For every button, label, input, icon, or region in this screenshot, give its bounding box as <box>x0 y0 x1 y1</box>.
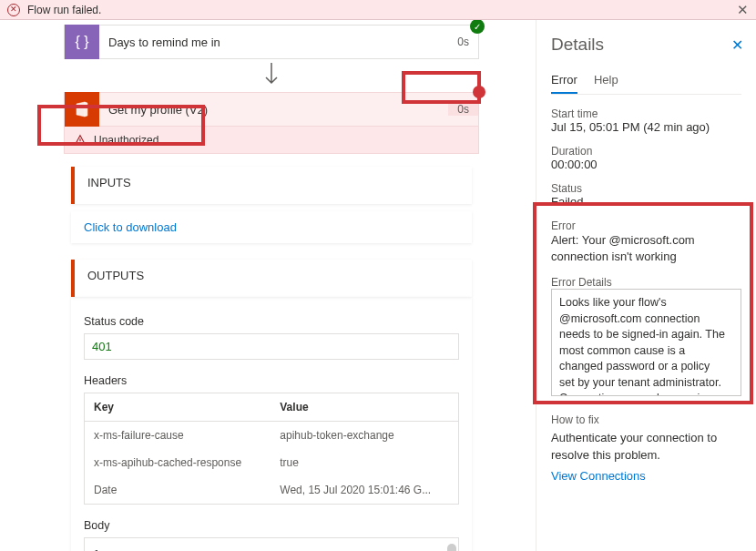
action-card-days[interactable]: { } Days to remind me in 0s ✓ <box>64 25 479 59</box>
headers-label: Headers <box>84 374 459 387</box>
table-row: DateWed, 15 Jul 2020 15:01:46 G... <box>85 476 458 504</box>
error-details-label: Error Details <box>551 276 741 289</box>
status-label: Status <box>551 182 741 195</box>
status-code-field[interactable] <box>84 333 459 360</box>
error-badge-icon: ! <box>473 86 485 98</box>
scrollbar-thumb[interactable] <box>447 544 456 551</box>
action-duration: 0s <box>448 36 478 48</box>
headers-table: Key Value x-ms-failure-causeapihub-token… <box>84 393 459 505</box>
tab-help[interactable]: Help <box>594 67 618 94</box>
howfix-label: How to fix <box>551 413 741 426</box>
duration-value: 00:00:00 <box>551 158 741 171</box>
outputs-title: OUTPUTS <box>87 269 459 282</box>
error-details-textarea[interactable] <box>551 289 741 396</box>
status-value: Failed <box>551 195 741 209</box>
braces-icon: { } <box>65 25 99 59</box>
office-icon <box>65 92 99 127</box>
flow-arrow <box>64 63 479 88</box>
error-message: Alert: Your @microsoft.com connection is… <box>551 232 741 265</box>
details-panel: Details ✕ Error Help Start time Jul 15, … <box>536 20 756 551</box>
table-row: x-ms-failure-causeapihub-token-exchange <box>85 422 458 449</box>
action-title: Days to remind me in <box>99 36 448 49</box>
warning-triangle-icon <box>74 134 87 147</box>
error-text: Unauthorized. <box>94 134 162 147</box>
status-code-label: Status code <box>84 315 459 328</box>
col-key: Key <box>94 401 280 413</box>
table-row: x-ms-apihub-cached-responsetrue <box>85 449 458 476</box>
error-row: Unauthorized. <box>64 127 479 154</box>
inputs-title: INPUTS <box>87 176 459 189</box>
error-label: Error <box>551 219 741 232</box>
close-icon[interactable]: ✕ <box>737 2 749 18</box>
howfix-text: Authenticate your connection to resolve … <box>551 430 741 463</box>
col-value: Value <box>280 401 449 413</box>
body-label: Body <box>84 519 459 532</box>
error-circle-icon: ✕ <box>7 4 20 16</box>
action-card-profile[interactable]: Get my profile (V2) 0s Unauthorized. ! <box>64 92 479 154</box>
tab-error[interactable]: Error <box>551 67 577 94</box>
body-json[interactable]: { "status": 401, "source": "https://firs… <box>84 537 459 551</box>
outputs-panel: OUTPUTS <box>71 260 472 297</box>
success-check-icon: ✓ <box>470 20 485 34</box>
download-link[interactable]: Click to download <box>84 220 177 234</box>
svg-point-1 <box>79 142 80 143</box>
start-time-label: Start time <box>551 107 741 120</box>
tabs: Error Help <box>551 67 741 95</box>
error-banner: ✕ Flow run failed. ✕ <box>0 0 756 20</box>
action-duration: 0s <box>448 103 478 116</box>
close-icon[interactable]: ✕ <box>731 36 743 54</box>
inputs-panel: INPUTS <box>71 167 472 204</box>
banner-text: Flow run failed. <box>27 4 101 16</box>
action-title: Get my profile (V2) <box>99 103 448 117</box>
flow-canvas: { } Days to remind me in 0s ✓ Get my pro… <box>0 20 536 551</box>
view-connections-link[interactable]: View Connections <box>551 469 646 483</box>
details-title: Details <box>551 35 741 55</box>
duration-label: Duration <box>551 145 741 158</box>
start-time-value: Jul 15, 05:01 PM (42 min ago) <box>551 120 741 134</box>
